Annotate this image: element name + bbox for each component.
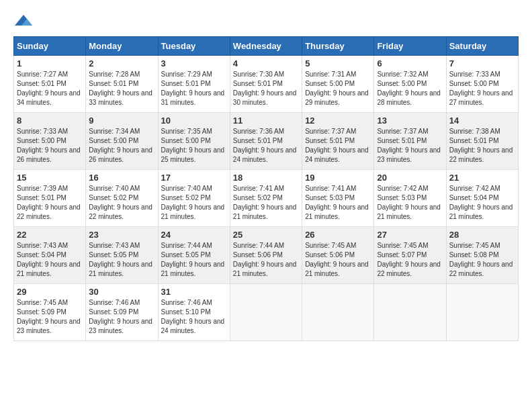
calendar-week-row: 8 Sunrise: 7:33 AM Sunset: 5:00 PM Dayli… xyxy=(14,113,519,170)
calendar-cell: 8 Sunrise: 7:33 AM Sunset: 5:00 PM Dayli… xyxy=(14,113,86,170)
calendar-cell: 29 Sunrise: 7:45 AM Sunset: 5:09 PM Dayl… xyxy=(14,284,86,341)
calendar-cell: 28 Sunrise: 7:45 AM Sunset: 5:08 PM Dayl… xyxy=(446,227,518,284)
weekday-header: Tuesday xyxy=(158,37,230,56)
day-number: 10 xyxy=(161,116,227,126)
day-info: Sunrise: 7:41 AM Sunset: 5:02 PM Dayligh… xyxy=(233,184,299,222)
day-number: 31 xyxy=(161,287,227,297)
day-info: Sunrise: 7:31 AM Sunset: 5:00 PM Dayligh… xyxy=(305,70,371,107)
calendar-cell: 19 Sunrise: 7:41 AM Sunset: 5:03 PM Dayl… xyxy=(302,170,374,227)
day-number: 20 xyxy=(377,173,443,183)
calendar-cell: 21 Sunrise: 7:42 AM Sunset: 5:04 PM Dayl… xyxy=(446,170,518,227)
day-info: Sunrise: 7:32 AM Sunset: 5:00 PM Dayligh… xyxy=(377,70,443,107)
calendar-table: SundayMondayTuesdayWednesdayThursdayFrid… xyxy=(13,36,519,341)
calendar-cell: 14 Sunrise: 7:38 AM Sunset: 5:01 PM Dayl… xyxy=(446,113,518,170)
day-number: 6 xyxy=(377,58,443,68)
day-info: Sunrise: 7:45 AM Sunset: 5:08 PM Dayligh… xyxy=(449,241,515,279)
day-number: 26 xyxy=(305,230,371,240)
day-number: 11 xyxy=(233,116,299,126)
weekday-header: Friday xyxy=(374,37,446,56)
day-info: Sunrise: 7:39 AM Sunset: 5:01 PM Dayligh… xyxy=(17,184,83,222)
day-number: 21 xyxy=(449,173,515,183)
day-number: 16 xyxy=(89,173,154,183)
calendar-cell: 3 Sunrise: 7:29 AM Sunset: 5:01 PM Dayli… xyxy=(158,56,230,113)
day-number: 23 xyxy=(89,230,154,240)
calendar-cell: 13 Sunrise: 7:37 AM Sunset: 5:01 PM Dayl… xyxy=(374,113,446,170)
day-number: 3 xyxy=(161,58,227,68)
calendar-week-row: 22 Sunrise: 7:43 AM Sunset: 5:04 PM Dayl… xyxy=(14,227,519,284)
day-number: 18 xyxy=(233,173,299,183)
day-info: Sunrise: 7:40 AM Sunset: 5:02 PM Dayligh… xyxy=(89,184,154,222)
day-info: Sunrise: 7:41 AM Sunset: 5:03 PM Dayligh… xyxy=(305,184,371,222)
day-info: Sunrise: 7:42 AM Sunset: 5:04 PM Dayligh… xyxy=(449,184,515,222)
calendar-cell: 26 Sunrise: 7:45 AM Sunset: 5:06 PM Dayl… xyxy=(302,227,374,284)
day-number: 28 xyxy=(449,230,515,240)
logo xyxy=(13,13,36,30)
calendar-cell: 20 Sunrise: 7:42 AM Sunset: 5:03 PM Dayl… xyxy=(374,170,446,227)
day-info: Sunrise: 7:43 AM Sunset: 5:04 PM Dayligh… xyxy=(17,241,83,279)
calendar-cell: 2 Sunrise: 7:28 AM Sunset: 5:01 PM Dayli… xyxy=(86,56,158,113)
calendar-cell: 30 Sunrise: 7:46 AM Sunset: 5:09 PM Dayl… xyxy=(86,284,158,341)
calendar-cell: 18 Sunrise: 7:41 AM Sunset: 5:02 PM Dayl… xyxy=(230,170,302,227)
day-number: 29 xyxy=(17,287,83,297)
calendar-cell: 24 Sunrise: 7:44 AM Sunset: 5:05 PM Dayl… xyxy=(158,227,230,284)
day-info: Sunrise: 7:44 AM Sunset: 5:05 PM Dayligh… xyxy=(161,241,227,279)
day-info: Sunrise: 7:37 AM Sunset: 5:01 PM Dayligh… xyxy=(305,127,371,165)
day-number: 4 xyxy=(233,58,299,68)
calendar-cell xyxy=(446,284,518,341)
day-info: Sunrise: 7:27 AM Sunset: 5:01 PM Dayligh… xyxy=(17,70,83,107)
day-info: Sunrise: 7:36 AM Sunset: 5:01 PM Dayligh… xyxy=(233,127,299,165)
calendar-cell: 12 Sunrise: 7:37 AM Sunset: 5:01 PM Dayl… xyxy=(302,113,374,170)
day-info: Sunrise: 7:38 AM Sunset: 5:01 PM Dayligh… xyxy=(449,127,515,165)
day-info: Sunrise: 7:46 AM Sunset: 5:10 PM Dayligh… xyxy=(161,298,227,336)
day-info: Sunrise: 7:45 AM Sunset: 5:09 PM Dayligh… xyxy=(17,298,83,336)
calendar-cell xyxy=(374,284,446,341)
day-info: Sunrise: 7:29 AM Sunset: 5:01 PM Dayligh… xyxy=(161,70,227,107)
day-info: Sunrise: 7:35 AM Sunset: 5:00 PM Dayligh… xyxy=(161,127,227,165)
weekday-header: Monday xyxy=(86,37,158,56)
day-number: 1 xyxy=(17,58,83,68)
calendar-cell xyxy=(230,284,302,341)
calendar-cell: 6 Sunrise: 7:32 AM Sunset: 5:00 PM Dayli… xyxy=(374,56,446,113)
day-info: Sunrise: 7:30 AM Sunset: 5:01 PM Dayligh… xyxy=(233,70,299,107)
day-info: Sunrise: 7:44 AM Sunset: 5:06 PM Dayligh… xyxy=(233,241,299,279)
weekday-header: Thursday xyxy=(302,37,374,56)
day-number: 13 xyxy=(377,116,443,126)
calendar-cell: 11 Sunrise: 7:36 AM Sunset: 5:01 PM Dayl… xyxy=(230,113,302,170)
calendar-cell: 17 Sunrise: 7:40 AM Sunset: 5:02 PM Dayl… xyxy=(158,170,230,227)
calendar-cell: 7 Sunrise: 7:33 AM Sunset: 5:00 PM Dayli… xyxy=(446,56,518,113)
calendar-cell: 9 Sunrise: 7:34 AM Sunset: 5:00 PM Dayli… xyxy=(86,113,158,170)
weekday-header: Saturday xyxy=(446,37,518,56)
calendar-week-row: 15 Sunrise: 7:39 AM Sunset: 5:01 PM Dayl… xyxy=(14,170,519,227)
calendar-cell: 16 Sunrise: 7:40 AM Sunset: 5:02 PM Dayl… xyxy=(86,170,158,227)
calendar-cell: 31 Sunrise: 7:46 AM Sunset: 5:10 PM Dayl… xyxy=(158,284,230,341)
day-number: 22 xyxy=(17,230,83,240)
day-number: 7 xyxy=(449,58,515,68)
calendar-cell: 5 Sunrise: 7:31 AM Sunset: 5:00 PM Dayli… xyxy=(302,56,374,113)
day-info: Sunrise: 7:33 AM Sunset: 5:00 PM Dayligh… xyxy=(17,127,83,165)
calendar-cell: 23 Sunrise: 7:43 AM Sunset: 5:05 PM Dayl… xyxy=(86,227,158,284)
calendar-cell: 10 Sunrise: 7:35 AM Sunset: 5:00 PM Dayl… xyxy=(158,113,230,170)
day-info: Sunrise: 7:34 AM Sunset: 5:00 PM Dayligh… xyxy=(89,127,154,165)
calendar-cell: 15 Sunrise: 7:39 AM Sunset: 5:01 PM Dayl… xyxy=(14,170,86,227)
day-number: 5 xyxy=(305,58,371,68)
calendar-cell: 25 Sunrise: 7:44 AM Sunset: 5:06 PM Dayl… xyxy=(230,227,302,284)
day-info: Sunrise: 7:33 AM Sunset: 5:00 PM Dayligh… xyxy=(449,70,515,107)
calendar-cell: 27 Sunrise: 7:45 AM Sunset: 5:07 PM Dayl… xyxy=(374,227,446,284)
day-info: Sunrise: 7:46 AM Sunset: 5:09 PM Dayligh… xyxy=(89,298,154,336)
day-info: Sunrise: 7:28 AM Sunset: 5:01 PM Dayligh… xyxy=(89,70,154,107)
day-info: Sunrise: 7:40 AM Sunset: 5:02 PM Dayligh… xyxy=(161,184,227,222)
day-number: 19 xyxy=(305,173,371,183)
weekday-header-row: SundayMondayTuesdayWednesdayThursdayFrid… xyxy=(14,37,519,56)
day-number: 2 xyxy=(89,58,154,68)
weekday-header: Sunday xyxy=(14,37,86,56)
header xyxy=(13,13,519,30)
calendar-cell: 4 Sunrise: 7:30 AM Sunset: 5:01 PM Dayli… xyxy=(230,56,302,113)
day-number: 8 xyxy=(17,116,83,126)
day-number: 24 xyxy=(161,230,227,240)
day-info: Sunrise: 7:45 AM Sunset: 5:07 PM Dayligh… xyxy=(377,241,443,279)
calendar-week-row: 1 Sunrise: 7:27 AM Sunset: 5:01 PM Dayli… xyxy=(14,56,519,113)
day-number: 25 xyxy=(233,230,299,240)
calendar-cell: 22 Sunrise: 7:43 AM Sunset: 5:04 PM Dayl… xyxy=(14,227,86,284)
day-number: 15 xyxy=(17,173,83,183)
weekday-header: Wednesday xyxy=(230,37,302,56)
